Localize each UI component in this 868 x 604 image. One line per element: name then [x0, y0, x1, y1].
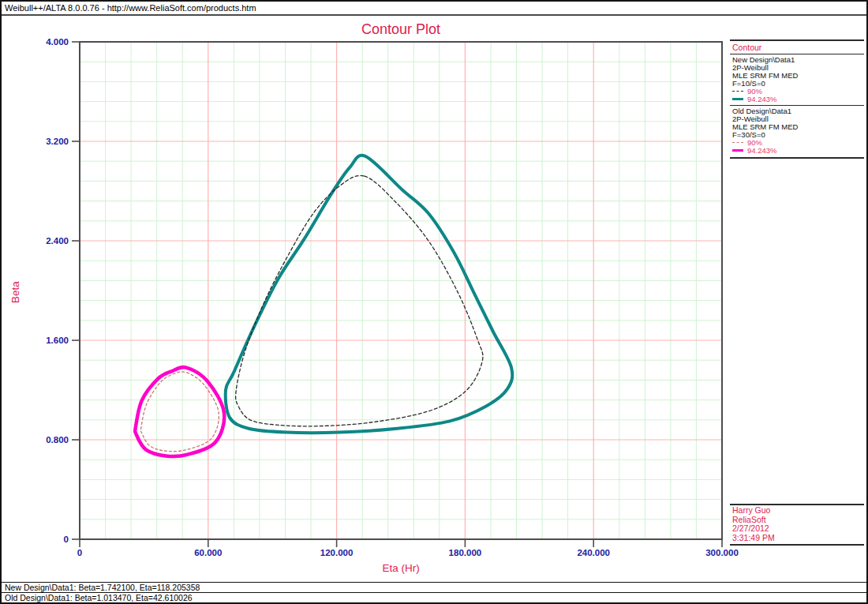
contour-curve [135, 367, 224, 456]
legend-entry: 94.243% [732, 96, 864, 103]
legend-series-old-design: Old Design\Data1 2P-Weibull MLE SRM FM M… [730, 106, 864, 156]
plot-time: 3:31:49 PM [732, 534, 864, 543]
dashed-line-swatch [732, 142, 743, 143]
y-tick-label: 2.400 [46, 236, 69, 246]
y-tick-label: 0 [64, 535, 69, 544]
minor-gridlines [80, 42, 722, 539]
legend-series-new-design: New Design\Data1 2P-Weibull MLE SRM FM M… [730, 54, 864, 105]
contour-curve [236, 175, 483, 426]
plot-date: 2/27/2012 [732, 524, 864, 534]
signature-bottom-rule [730, 544, 864, 546]
plot-legend: Contour New Design\Data1 2P-Weibull MLE … [730, 39, 864, 159]
weibull-alta-window: Weibull++/ALTA 8.0.0.76 - http://www.Rel… [0, 0, 868, 604]
major-gridlines [80, 42, 722, 539]
status-row-old-design: Old Design\Data1: Beta=1.013470, Eta=42.… [2, 593, 866, 602]
analyst-name: Harry Guo [732, 506, 864, 516]
y-tick-label: 3.200 [46, 137, 69, 146]
dashed-line-swatch [732, 91, 743, 92]
confidence-level-label: 94.243% [747, 146, 777, 155]
x-tick-label: 180.000 [449, 548, 482, 557]
x-tick-label: 0 [77, 548, 82, 557]
x-axis-label: Eta (Hr) [80, 562, 722, 574]
x-tick-label: 60.000 [194, 548, 222, 557]
solid-line-swatch [732, 98, 743, 100]
legend-bottom-rule [730, 157, 864, 159]
y-tick-label: 0.800 [46, 435, 69, 445]
y-axis-label: Beta [9, 281, 21, 303]
legend-entry: 94.243% [732, 147, 864, 155]
y-tick-label: 1.600 [46, 336, 69, 345]
plot-frame [80, 42, 722, 539]
solid-line-swatch [732, 149, 743, 152]
y-tick-label: 4.000 [46, 37, 69, 47]
chart-title: Contour Plot [80, 21, 722, 38]
confidence-level-label: 94.243% [747, 95, 777, 103]
x-tick-label: 120.000 [320, 548, 354, 557]
axis-ticks [72, 42, 722, 547]
window-titlebar: Weibull++/ALTA 8.0.0.76 - http://www.Rel… [2, 2, 866, 16]
window-title: Weibull++/ALTA 8.0.0.76 - http://www.Rel… [2, 2, 866, 13]
statusbar: New Design\Data1: Beta=1.742100, Eta=118… [2, 582, 866, 602]
analyst-signature-block: Harry Guo ReliaSoft 2/27/2012 3:31:49 PM [730, 504, 864, 546]
contour-curves [135, 156, 512, 456]
legend-title: Contour [730, 41, 864, 54]
x-tick-label: 240.000 [577, 548, 610, 557]
status-row-new-design: New Design\Data1: Beta=1.742100, Eta=118… [2, 583, 866, 593]
x-tick-label: 300.000 [705, 548, 739, 557]
